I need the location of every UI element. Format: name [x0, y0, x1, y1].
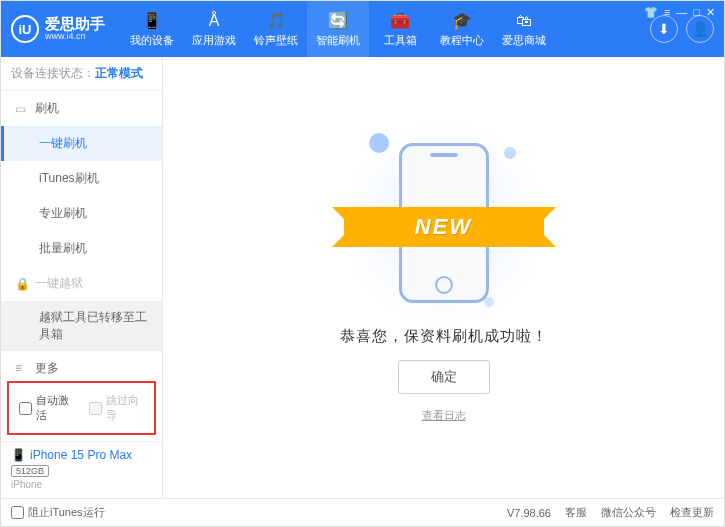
app-name: 爱思助手: [45, 16, 105, 33]
app-url: www.i4.cn: [45, 32, 105, 42]
logo-icon: iU: [11, 15, 39, 43]
lock-icon: 🔒: [15, 277, 27, 291]
device-name[interactable]: 📱 iPhone 15 Pro Max: [11, 448, 152, 462]
device-info: 📱 iPhone 15 Pro Max 512GB iPhone: [1, 441, 162, 498]
new-ribbon: NEW: [344, 207, 544, 247]
skip-guide-checkbox[interactable]: 跳过向导: [89, 393, 145, 423]
nav-apps-games[interactable]: Å 应用游戏: [183, 1, 245, 57]
maximize-icon[interactable]: □: [693, 6, 700, 19]
highlighted-options: 自动激活 跳过向导: [7, 381, 156, 435]
nav-my-device[interactable]: 📱 我的设备: [121, 1, 183, 57]
device-type: iPhone: [11, 479, 152, 490]
flash-group-icon: ▭: [15, 102, 27, 116]
nav-ringtones[interactable]: 🎵 铃声壁纸: [245, 1, 307, 57]
minimize-icon[interactable]: —: [676, 6, 687, 19]
sidebar-item-oneclick-flash[interactable]: 一键刷机: [1, 126, 162, 161]
ok-button[interactable]: 确定: [398, 360, 490, 394]
menu-group-jailbreak[interactable]: 🔒 一键越狱: [1, 266, 162, 301]
nav-smart-flash[interactable]: 🔄 智能刷机: [307, 1, 369, 57]
close-icon[interactable]: ✕: [706, 6, 715, 19]
flash-icon: 🔄: [328, 11, 348, 31]
check-update-link[interactable]: 检查更新: [670, 505, 714, 520]
sidebar: 设备连接状态：正常模式 ▭ 刷机 一键刷机 iTunes刷机 专业刷机 批量刷机…: [1, 57, 163, 498]
more-icon: ≡: [15, 361, 27, 375]
main-content: NEW 恭喜您，保资料刷机成功啦！ 确定 查看日志: [163, 57, 724, 498]
nav-label: 智能刷机: [316, 33, 360, 48]
sidebar-item-batch-flash[interactable]: 批量刷机: [1, 231, 162, 266]
nav-label: 工具箱: [384, 33, 417, 48]
nav-store[interactable]: 🛍 爱思商城: [493, 1, 555, 57]
title-bar: 👕 ≡ — □ ✕ iU 爱思助手 www.i4.cn 📱 我的设备 Å 应用游…: [1, 1, 724, 57]
menu-icon[interactable]: ≡: [664, 6, 670, 19]
connection-status: 设备连接状态：正常模式: [1, 57, 162, 91]
apps-icon: Å: [204, 11, 224, 31]
success-illustration: NEW: [364, 133, 524, 313]
user-button[interactable]: 👤: [686, 15, 714, 43]
download-button[interactable]: ⬇: [650, 15, 678, 43]
auto-activate-checkbox[interactable]: 自动激活: [19, 393, 75, 423]
customer-service-link[interactable]: 客服: [565, 505, 587, 520]
ringtone-icon: 🎵: [266, 11, 286, 31]
menu-group-more[interactable]: ≡ 更多: [1, 351, 162, 375]
tutorial-icon: 🎓: [452, 11, 472, 31]
nav-label: 爱思商城: [502, 33, 546, 48]
device-icon: 📱: [142, 11, 162, 31]
menu-group-flash[interactable]: ▭ 刷机: [1, 91, 162, 126]
view-log-link[interactable]: 查看日志: [422, 408, 466, 423]
nav-tutorials[interactable]: 🎓 教程中心: [431, 1, 493, 57]
skin-icon[interactable]: 👕: [644, 6, 658, 19]
storage-badge: 512GB: [11, 465, 49, 477]
block-itunes-checkbox[interactable]: 阻止iTunes运行: [11, 505, 105, 520]
app-logo: iU 爱思助手 www.i4.cn: [11, 15, 105, 43]
sidebar-item-pro-flash[interactable]: 专业刷机: [1, 196, 162, 231]
nav-label: 教程中心: [440, 33, 484, 48]
store-icon: 🛍: [514, 11, 534, 31]
status-bar: 阻止iTunes运行 V7.98.66 客服 微信公众号 检查更新: [1, 498, 724, 526]
sidebar-item-itunes-flash[interactable]: iTunes刷机: [1, 161, 162, 196]
toolbox-icon: 🧰: [390, 11, 410, 31]
nav-label: 铃声壁纸: [254, 33, 298, 48]
phone-icon: 📱: [11, 448, 26, 462]
nav-label: 应用游戏: [192, 33, 236, 48]
nav-toolbox[interactable]: 🧰 工具箱: [369, 1, 431, 57]
sidebar-item-jailbreak-moved: 越狱工具已转移至工具箱: [1, 301, 162, 351]
version-label: V7.98.66: [507, 507, 551, 519]
nav-label: 我的设备: [130, 33, 174, 48]
main-nav: 📱 我的设备 Å 应用游戏 🎵 铃声壁纸 🔄 智能刷机 🧰 工具箱 🎓 教: [121, 1, 555, 57]
wechat-link[interactable]: 微信公众号: [601, 505, 656, 520]
